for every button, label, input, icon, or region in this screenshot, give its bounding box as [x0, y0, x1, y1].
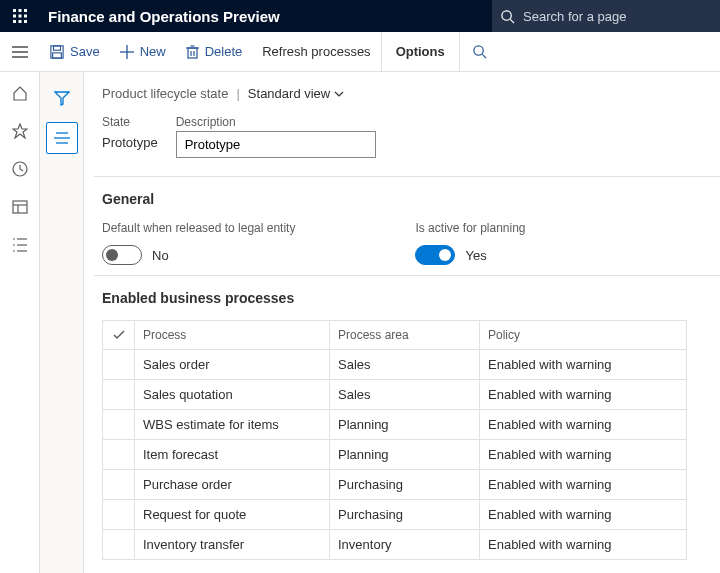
- active-planning-toggle[interactable]: [415, 245, 455, 265]
- row-selector[interactable]: [103, 470, 135, 499]
- global-search[interactable]: [492, 0, 720, 32]
- workspaces-icon[interactable]: [11, 198, 29, 216]
- find-icon[interactable]: [460, 44, 500, 59]
- app-title: Finance and Operations Preview: [40, 8, 492, 25]
- cell-policy: Enabled with warning: [480, 410, 686, 439]
- svg-line-25: [483, 54, 487, 58]
- general-heading: General: [102, 191, 712, 207]
- svg-point-24: [474, 46, 483, 55]
- cell-policy: Enabled with warning: [480, 500, 686, 529]
- page-title: Product lifecycle state: [102, 86, 228, 101]
- cell-policy: Enabled with warning: [480, 350, 686, 379]
- star-icon[interactable]: [11, 122, 29, 140]
- cell-area: Purchasing: [330, 500, 480, 529]
- cell-policy: Enabled with warning: [480, 530, 686, 559]
- col-area[interactable]: Process area: [330, 321, 480, 349]
- state-value[interactable]: Prototype: [102, 131, 158, 154]
- svg-rect-0: [13, 9, 16, 12]
- recent-icon[interactable]: [11, 160, 29, 178]
- processes-section: Enabled business processes Process Proce…: [94, 275, 720, 570]
- cell-area: Purchasing: [330, 470, 480, 499]
- table-row[interactable]: Sales quotationSalesEnabled with warning: [103, 380, 686, 410]
- chevron-down-icon: [334, 91, 344, 97]
- description-field: Description: [176, 115, 376, 158]
- table-row[interactable]: WBS estimate for itemsPlanningEnabled wi…: [103, 410, 686, 440]
- view-selector[interactable]: Standard view: [248, 86, 344, 101]
- processes-grid: Process Process area Policy Sales orderS…: [102, 320, 687, 560]
- col-policy[interactable]: Policy: [480, 321, 686, 349]
- breadcrumb: Product lifecycle state | Standard view: [94, 86, 720, 101]
- options-button[interactable]: Options: [381, 32, 460, 72]
- refresh-label: Refresh processes: [262, 44, 370, 59]
- svg-point-9: [502, 10, 511, 19]
- svg-rect-4: [19, 15, 22, 18]
- svg-rect-3: [13, 15, 16, 18]
- description-label: Description: [176, 115, 376, 129]
- cell-area: Planning: [330, 410, 480, 439]
- table-row[interactable]: Inventory transferInventoryEnabled with …: [103, 530, 686, 559]
- row-selector[interactable]: [103, 410, 135, 439]
- plus-icon: [120, 45, 134, 59]
- default-released-field: Default when released to legal entity No: [102, 221, 295, 265]
- left-nav: [0, 72, 40, 573]
- state-label: State: [102, 115, 158, 129]
- command-bar: Save New Delete Refresh processes Option…: [0, 32, 720, 72]
- delete-label: Delete: [205, 44, 243, 59]
- table-row[interactable]: Purchase orderPurchasingEnabled with war…: [103, 470, 686, 500]
- svg-rect-16: [53, 52, 62, 57]
- top-bar: Finance and Operations Preview: [0, 0, 720, 32]
- header-fields: State Prototype Description: [94, 101, 720, 176]
- cell-process: Item forecast: [135, 440, 330, 469]
- cell-process: Sales order: [135, 350, 330, 379]
- options-label: Options: [396, 44, 445, 59]
- save-icon: [50, 45, 64, 59]
- cell-process: WBS estimate for items: [135, 410, 330, 439]
- refresh-button[interactable]: Refresh processes: [252, 32, 380, 72]
- app-launcher-icon[interactable]: [0, 0, 40, 32]
- save-button[interactable]: Save: [40, 32, 110, 72]
- delete-button[interactable]: Delete: [176, 32, 253, 72]
- active-planning-field: Is active for planning Yes: [415, 221, 525, 265]
- svg-rect-2: [24, 9, 27, 12]
- svg-line-10: [510, 19, 514, 23]
- main-content: Product lifecycle state | Standard view …: [84, 72, 720, 573]
- search-input[interactable]: [523, 9, 720, 24]
- cell-process: Request for quote: [135, 500, 330, 529]
- row-selector[interactable]: [103, 530, 135, 559]
- active-planning-value: Yes: [465, 248, 486, 263]
- default-released-label: Default when released to legal entity: [102, 221, 295, 235]
- cell-area: Sales: [330, 350, 480, 379]
- select-all-icon[interactable]: [103, 321, 135, 349]
- svg-rect-7: [19, 20, 22, 23]
- default-released-value: No: [152, 248, 169, 263]
- cell-process: Purchase order: [135, 470, 330, 499]
- save-label: Save: [70, 44, 100, 59]
- default-released-toggle[interactable]: [102, 245, 142, 265]
- filter-icon[interactable]: [46, 82, 78, 114]
- new-button[interactable]: New: [110, 32, 176, 72]
- table-row[interactable]: Sales orderSalesEnabled with warning: [103, 350, 686, 380]
- list-view-icon[interactable]: [46, 122, 78, 154]
- new-label: New: [140, 44, 166, 59]
- row-selector[interactable]: [103, 440, 135, 469]
- row-selector[interactable]: [103, 350, 135, 379]
- cell-process: Sales quotation: [135, 380, 330, 409]
- cell-policy: Enabled with warning: [480, 440, 686, 469]
- description-input[interactable]: [176, 131, 376, 158]
- table-row[interactable]: Request for quotePurchasingEnabled with …: [103, 500, 686, 530]
- row-selector[interactable]: [103, 500, 135, 529]
- nav-toggle-icon[interactable]: [0, 32, 40, 72]
- cell-policy: Enabled with warning: [480, 470, 686, 499]
- modules-icon[interactable]: [11, 236, 29, 254]
- side-pane: [40, 72, 84, 573]
- row-selector[interactable]: [103, 380, 135, 409]
- active-planning-label: Is active for planning: [415, 221, 525, 235]
- svg-rect-8: [24, 20, 27, 23]
- col-process[interactable]: Process: [135, 321, 330, 349]
- breadcrumb-separator: |: [236, 86, 239, 101]
- home-icon[interactable]: [11, 84, 29, 102]
- table-row[interactable]: Item forecastPlanningEnabled with warnin…: [103, 440, 686, 470]
- cell-process: Inventory transfer: [135, 530, 330, 559]
- cell-area: Sales: [330, 380, 480, 409]
- trash-icon: [186, 45, 199, 59]
